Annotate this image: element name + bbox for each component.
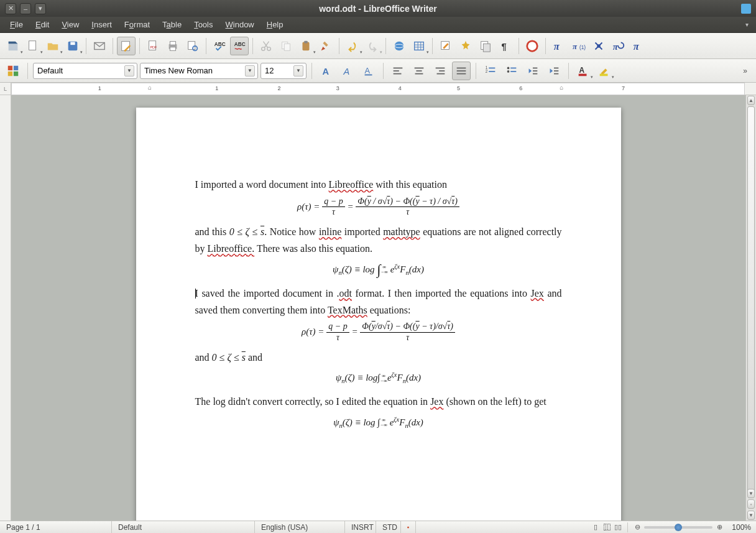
export-pdf-button[interactable]: PDF (144, 37, 162, 55)
underline-button[interactable]: A (359, 62, 378, 80)
zoom-slider-knob[interactable] (675, 524, 682, 531)
spell-error[interactable]: Jex (430, 396, 443, 407)
open-button[interactable]: ▾ (44, 37, 62, 55)
equation-display[interactable]: ψn(ζ) ≡ log ∫∞−∞ eζxFn(dx) (195, 261, 562, 279)
texmaths-config-button[interactable] (589, 37, 608, 55)
redo-button[interactable]: ▾ (363, 37, 382, 55)
view-single-page-icon[interactable]: ▯ (591, 523, 600, 532)
paragraph[interactable]: and this 0 ≤ ζ ≤ s. Notice how inline im… (195, 223, 562, 257)
new-button[interactable]: ▾ (24, 37, 42, 55)
vertical-ruler[interactable] (0, 95, 11, 521)
menu-format[interactable]: Format (118, 18, 156, 31)
paragraph-style-input[interactable] (37, 66, 133, 75)
font-name-combo[interactable]: ▼ (140, 63, 258, 79)
navigator-button[interactable] (476, 37, 495, 55)
horizontal-ruler[interactable]: 1 ⌂ 1 2 3 4 5 6 ⌂ 7 (11, 83, 745, 95)
decrease-indent-button[interactable] (523, 62, 542, 80)
status-insert-mode[interactable]: INSRT (345, 521, 376, 533)
menu-window[interactable]: Window (219, 18, 260, 31)
zoom-out-button[interactable]: ⊖ (633, 523, 642, 532)
align-right-button[interactable] (431, 62, 449, 80)
email-button[interactable] (90, 37, 109, 55)
spellcheck-button[interactable]: ABC (210, 37, 229, 55)
right-indent-marker-icon[interactable]: ⌂ (560, 84, 563, 91)
indent-marker-icon[interactable]: ⌂ (148, 84, 152, 91)
equation-display[interactable]: ψn(ζ) ≡ log ∫∞−∞ eζxFn(dx) (195, 414, 562, 432)
document-body[interactable]: I imported a word document into Libreoff… (195, 176, 562, 432)
vertical-scrollbar[interactable]: ▲ ▼ ◦ ▼ (745, 95, 756, 521)
dropdown-arrow-icon[interactable]: ▼ (293, 65, 303, 76)
bullet-list-button[interactable] (502, 62, 521, 80)
spell-error[interactable]: inline (319, 226, 341, 237)
texmaths-equation-button[interactable]: π (550, 37, 568, 55)
edit-mode-button[interactable] (117, 37, 136, 55)
window-minimize-button[interactable]: – (20, 3, 31, 14)
status-language[interactable]: English (USA) (255, 521, 345, 533)
align-left-button[interactable] (389, 62, 407, 80)
paste-button[interactable]: ▾ (297, 37, 315, 55)
prev-page-button[interactable]: ◦ (747, 499, 755, 509)
menu-insert[interactable]: Insert (85, 18, 118, 31)
zoom-in-button[interactable]: ⊕ (715, 523, 724, 532)
status-page[interactable]: Page 1 / 1 (0, 521, 112, 533)
auto-spellcheck-button[interactable]: ABC (230, 37, 249, 55)
cut-button[interactable] (257, 37, 275, 55)
scroll-down-button[interactable]: ▼ (747, 489, 755, 498)
paragraph[interactable]: and 0 ≤ ζ ≤ s and (195, 349, 562, 366)
print-preview-button[interactable] (183, 37, 202, 55)
spell-error[interactable]: odt (339, 288, 352, 299)
styles-button[interactable] (4, 62, 22, 80)
italic-button[interactable]: A (338, 62, 357, 80)
view-book-icon[interactable]: ▯▯ (614, 523, 622, 532)
window-close-button[interactable]: ✕ (5, 3, 16, 14)
spell-error[interactable]: TexMaths (328, 305, 367, 315)
toolbar-overflow-button[interactable]: » (743, 67, 752, 75)
zoom-slider[interactable] (644, 526, 712, 529)
paragraph[interactable]: The log didn't convert correctly, so I e… (195, 393, 562, 410)
align-justify-button[interactable] (452, 62, 471, 80)
save-button[interactable]: ▾ (63, 37, 82, 55)
menu-help[interactable]: Help (260, 18, 290, 31)
menu-edit[interactable]: Edit (29, 18, 55, 31)
equation-display[interactable]: ρ(τ) = q − pτ = Φ(y / σ√τ) − Φ((y − τ) /… (195, 197, 562, 217)
texmaths-numbered-button[interactable]: π(1) (569, 37, 588, 55)
spell-error[interactable]: Libreoffice. (208, 243, 255, 254)
open-url-button[interactable]: ▾ (4, 37, 22, 55)
page-view[interactable]: I imported a word document into Libreoff… (11, 95, 745, 521)
texmaths-recompile-button[interactable]: π (609, 37, 628, 55)
view-multi-page-icon[interactable]: ⿲ (602, 523, 611, 532)
status-style[interactable]: Default (112, 521, 255, 533)
inline-equation[interactable]: 0 ≤ ζ ≤ s (229, 226, 264, 237)
font-size-combo[interactable]: ▼ (260, 63, 307, 79)
menu-view[interactable]: View (55, 18, 85, 31)
format-paintbrush-button[interactable] (316, 37, 335, 55)
table-button[interactable]: ▾ (410, 37, 428, 55)
scroll-thumb[interactable] (747, 106, 755, 496)
print-button[interactable] (164, 37, 182, 55)
status-selection-mode[interactable]: STD (376, 521, 401, 533)
menu-table[interactable]: Table (156, 18, 188, 31)
hyperlink-button[interactable] (390, 37, 408, 55)
copy-button[interactable] (277, 37, 295, 55)
equation-display[interactable]: ρ(τ) = q − pτ = Φ(y/σ√τ) − Φ((y − τ)/σ√τ… (195, 322, 562, 342)
nonprinting-chars-button[interactable]: ¶ (496, 37, 515, 55)
paragraph[interactable]: I saved the imported document in .odt fo… (195, 285, 562, 318)
bold-button[interactable]: A (317, 62, 336, 80)
window-maximize-button[interactable]: ▾ (35, 3, 46, 14)
dropdown-arrow-icon[interactable]: ▼ (124, 65, 134, 76)
undo-button[interactable]: ▾ (343, 37, 362, 55)
document-page[interactable]: I imported a word document into Libreoff… (136, 108, 621, 521)
align-center-button[interactable] (410, 62, 428, 80)
dropdown-arrow-icon[interactable]: ▼ (245, 65, 255, 76)
highlight-button[interactable]: ▾ (595, 62, 614, 80)
texmaths-sysconfig-button[interactable]: π (629, 37, 648, 55)
spell-error[interactable]: Libreoffice (329, 179, 374, 190)
font-name-input[interactable] (144, 66, 254, 75)
find-replace-button[interactable] (456, 37, 475, 55)
menu-file[interactable]: File (4, 18, 29, 31)
font-color-button[interactable]: A▾ (574, 62, 592, 80)
equation-display[interactable]: ψn(ζ) ≡ log∫∞−∞eζxFn(dx) (195, 369, 562, 387)
spell-error[interactable]: Jex (531, 288, 544, 299)
paragraph[interactable]: I imported a word document into Libreoff… (195, 176, 562, 193)
numbered-list-button[interactable]: 12 (481, 62, 500, 80)
